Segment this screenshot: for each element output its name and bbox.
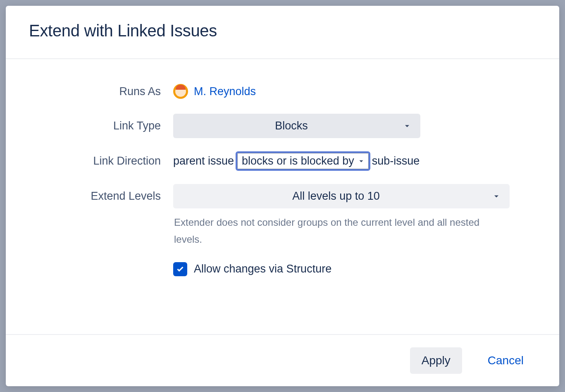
label-link-direction: Link Direction [55,155,173,167]
link-type-select[interactable]: Blocks [173,114,420,138]
dialog-body: Runs As M. Reynolds Link Type Blocks Lin… [6,59,559,334]
runs-as-user-link[interactable]: M. Reynolds [194,85,256,98]
link-direction-select[interactable]: blocks or is blocked by [237,153,369,169]
row-extend-levels: Extend Levels All levels up to 10 [55,184,510,208]
extend-levels-select[interactable]: All levels up to 10 [173,184,510,208]
label-extend-levels: Extend Levels [55,190,173,203]
extend-linked-issues-dialog: Extend with Linked Issues Runs As M. Rey… [6,6,559,386]
label-link-type: Link Type [55,120,173,132]
apply-button[interactable]: Apply [410,347,462,374]
cancel-button[interactable]: Cancel [476,347,535,374]
label-runs-as: Runs As [55,85,173,98]
dialog-footer: Apply Cancel [6,334,559,386]
dialog-title: Extend with Linked Issues [29,22,536,40]
allow-changes-checkbox[interactable] [173,262,187,276]
allow-changes-label[interactable]: Allow changes via Structure [194,263,331,275]
check-icon [176,265,185,274]
row-link-type: Link Type Blocks [55,114,510,138]
link-direction-suffix: sub-issue [372,155,420,167]
extend-levels-help: Extender does not consider groups on the… [173,214,510,248]
user-avatar-icon [173,84,188,99]
dialog-header: Extend with Linked Issues [6,6,559,59]
link-direction-control: parent issue blocks or is blocked by sub… [173,153,510,169]
row-allow-changes: Allow changes via Structure [55,262,510,276]
row-runs-as: Runs As M. Reynolds [55,84,510,99]
extend-levels-help-wrap: Extender does not consider groups on the… [55,214,510,248]
runs-as-value: M. Reynolds [173,84,510,99]
link-direction-prefix: parent issue [173,155,234,167]
row-link-direction: Link Direction parent issue blocks or is… [55,153,510,169]
